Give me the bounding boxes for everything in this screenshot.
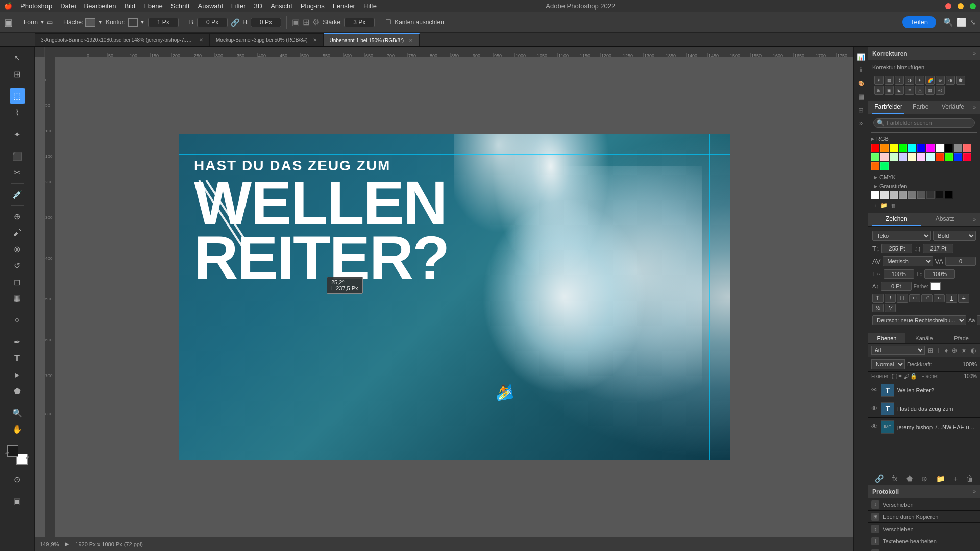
farbfelder-add-icon[interactable]: + — [873, 202, 878, 210]
heal-tool[interactable]: ⊕ — [10, 209, 25, 224]
layer-fx-icon[interactable]: fx — [892, 474, 898, 483]
swatch-16[interactable] — [917, 153, 925, 161]
fix-art-icon[interactable]: 🖌 — [903, 373, 909, 380]
korr-threshold[interactable]: △ — [915, 86, 924, 95]
swatch-7[interactable] — [936, 144, 944, 152]
path-combine-icon[interactable]: ▣ — [292, 17, 300, 27]
swatch-17[interactable] — [926, 153, 935, 161]
style-strikethrough[interactable]: T — [958, 294, 969, 303]
korr-color-balance[interactable]: ⊕ — [936, 76, 945, 85]
path-select-tool[interactable]: ▸ — [10, 367, 25, 382]
marquee-tool[interactable]: ⬚ — [10, 88, 25, 104]
kanten-checkbox[interactable]: ☐ — [385, 18, 391, 26]
menu-3d[interactable]: 3D — [254, 2, 263, 10]
zoom-level[interactable]: 149,9% — [40, 541, 59, 547]
korr-levels[interactable]: ▦ — [885, 76, 894, 85]
korr-brightness[interactable]: ☀ — [874, 76, 884, 85]
swatch-12[interactable] — [880, 153, 889, 161]
tab-farbfelder[interactable]: Farbfelder — [872, 101, 904, 114]
layer-vis-1[interactable]: 👁 — [871, 405, 878, 412]
tab-kanale[interactable]: Kanäle — [905, 333, 943, 343]
crop-tool[interactable]: ⬛ — [10, 148, 25, 164]
traffic-red[interactable] — [945, 3, 951, 9]
style-underline[interactable]: T — [946, 294, 957, 303]
farbfelder-search-input[interactable] — [887, 120, 971, 126]
kerning-input[interactable] — [945, 257, 976, 266]
font-size-input[interactable] — [881, 244, 912, 253]
filter-icon-5[interactable]: ★ — [960, 346, 968, 355]
lasso-tool[interactable]: ⌇ — [10, 105, 25, 120]
swatch-1[interactable] — [880, 144, 889, 152]
right-icon-expand[interactable]: » — [855, 117, 867, 129]
h-input[interactable] — [251, 18, 281, 27]
eraser-tool[interactable]: ◻ — [10, 274, 25, 289]
antialiasing-select[interactable]: Scharf — [977, 315, 980, 325]
eyedropper-tool[interactable]: 💉 — [10, 187, 25, 202]
style-upper[interactable]: TT — [897, 294, 908, 303]
path-align-icon[interactable]: ⊞ — [303, 17, 309, 27]
grau-swatch-0[interactable] — [871, 191, 879, 199]
layer-delete-icon[interactable]: 🗑 — [966, 474, 973, 483]
swatch-3[interactable] — [899, 144, 907, 152]
zoom-tool[interactable]: 🔍 — [10, 405, 25, 420]
tab-zeichen[interactable]: Zeichen — [872, 213, 921, 226]
hand-tool[interactable]: ✋ — [10, 421, 25, 437]
traffic-green[interactable] — [970, 3, 976, 9]
korr-channel-mixer[interactable]: ⊞ — [874, 86, 884, 95]
menu-ebene[interactable]: Ebene — [143, 2, 163, 10]
swatch-22[interactable] — [871, 162, 879, 170]
tab-0-close[interactable]: ✕ — [199, 37, 203, 43]
tab-1-close[interactable]: ✕ — [313, 37, 317, 43]
grau-swatch-8[interactable] — [945, 191, 953, 199]
menu-schrift[interactable]: Schrift — [171, 2, 190, 10]
swatch-21[interactable] — [963, 153, 971, 161]
shape-tool[interactable]: ⬟ — [10, 383, 25, 398]
menu-bild[interactable]: Bild — [124, 2, 135, 10]
dodge-tool[interactable]: ○ — [10, 312, 25, 328]
stamp-tool[interactable]: ⊗ — [10, 241, 25, 257]
swatch-8[interactable] — [945, 144, 953, 152]
farbfelder-delete-icon[interactable]: 🗑 — [890, 202, 897, 210]
protokoll-header[interactable]: Protokoll » — [868, 485, 980, 498]
right-icon-info[interactable]: ℹ — [855, 64, 867, 76]
korr-exposure[interactable]: ◑ — [905, 76, 914, 85]
canvas-text-group[interactable]: HAST DU DAS ZEUG ZUM WELLEN REITER? — [194, 159, 449, 285]
layer-adjustment-icon[interactable]: ⊕ — [921, 474, 927, 483]
form-selector[interactable]: Form ▼ ▭ — [23, 19, 53, 26]
style-bold[interactable]: T — [872, 294, 884, 303]
magic-wand-tool[interactable]: ✦ — [10, 127, 25, 142]
window-icon[interactable]: ⬜ — [957, 17, 967, 27]
swatch-2[interactable] — [890, 144, 898, 152]
swatch-6[interactable] — [926, 144, 935, 152]
tab-2[interactable]: Unbenannt-1 bei 150% (RGB/8*) ✕ — [324, 33, 420, 46]
tab-pfade[interactable]: Pfade — [943, 333, 980, 343]
korr-hue[interactable]: 🌈 — [925, 76, 935, 85]
swatch-15[interactable] — [908, 153, 916, 161]
baseline-input[interactable] — [881, 282, 912, 291]
zeichen-expand[interactable]: » — [973, 217, 976, 222]
tab-1[interactable]: Mockup-Banner-3.jpg bei 50% (RGB/8#) ✕ — [210, 33, 324, 46]
filter-icon-3[interactable]: ♦ — [944, 346, 949, 355]
farbfelder-expand[interactable]: » — [973, 105, 976, 110]
korrekturen-header[interactable]: Korrekturen » — [868, 47, 980, 60]
filter-type-select[interactable]: Art — [871, 346, 925, 355]
farbfelder-search-box[interactable]: 🔍 — [873, 118, 975, 128]
menu-filter[interactable]: Filter — [231, 2, 246, 10]
tab-ebenen[interactable]: Ebenen — [868, 333, 905, 343]
style-sub[interactable]: T₂ — [934, 294, 945, 302]
tracking-select[interactable]: Metrisch — [883, 256, 933, 266]
blend-mode-select[interactable]: Normal — [871, 359, 905, 369]
photoshop-canvas[interactable]: HAST DU DAS ZEUG ZUM WELLEN REITER? 25,2… — [179, 134, 730, 460]
text-color-swatch[interactable] — [930, 282, 941, 290]
swatch-14[interactable] — [899, 153, 907, 161]
protokoll-item-1[interactable]: ⊞Ebene durch Kopieren — [868, 511, 980, 523]
fix-pixel-icon[interactable]: ✦ — [898, 373, 902, 380]
protokoll-item-0[interactable]: ↕Verschieben — [868, 498, 980, 511]
move-tool[interactable]: ↖ — [10, 50, 25, 65]
menu-auswahl[interactable]: Auswahl — [198, 2, 223, 10]
menu-photoshop[interactable]: Photoshop — [20, 2, 52, 10]
section-graustufen[interactable]: ▶ Graustufen — [871, 182, 977, 191]
korr-gradient-map[interactable]: ▦ — [925, 86, 935, 95]
swatch-10[interactable] — [963, 144, 971, 152]
font-family-select[interactable]: Teko — [872, 231, 931, 241]
